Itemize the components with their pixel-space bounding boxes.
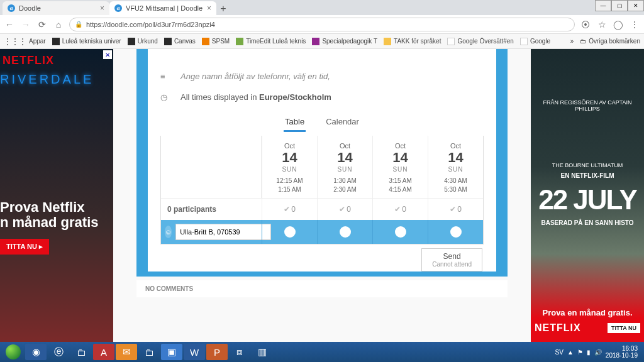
bookmark-item[interactable]: TimeEdit Luleå teknis xyxy=(236,38,306,45)
bookmark-item[interactable]: Luleå tekniska univer xyxy=(52,38,121,45)
clock-date[interactable]: 2018-10-19 xyxy=(606,352,638,359)
taskbar-app-zoom[interactable]: ▣ xyxy=(161,344,182,360)
clock-time[interactable]: 16:03 xyxy=(606,345,638,352)
url-text: https://doodle.com/poll/d3ur7rm6d23npzi4 xyxy=(86,21,215,28)
bookmark-item[interactable]: Specialpedagogik T xyxy=(312,38,377,45)
bookmark-item[interactable]: TAKK för språket xyxy=(384,38,441,45)
bookmark-item[interactable]: Urkund xyxy=(128,38,158,45)
taskbar-app-dropbox[interactable]: ⧈ xyxy=(229,344,250,360)
clock-icon: ◷ xyxy=(160,92,170,102)
bookmark-overflow[interactable]: » xyxy=(570,38,574,45)
new-tab-button[interactable]: + xyxy=(216,3,230,15)
ad-show-title: RIVERDALE xyxy=(0,72,113,87)
ad-cta-button[interactable]: TITTA NU ▸ xyxy=(0,239,49,255)
vote-count: ✔0 xyxy=(428,199,483,220)
browser-tab-doodle[interactable]: d Doodle × xyxy=(3,1,109,15)
slot-time: 2:30 AM xyxy=(318,185,372,194)
time-slot: Oct 14 SUN 3:15 AM4:15 AM xyxy=(372,136,428,198)
taskbar-app[interactable]: ▥ xyxy=(252,344,273,360)
reload-button[interactable]: ⟳ xyxy=(36,19,48,30)
bookmark-label: TAKK för språket xyxy=(394,38,441,45)
close-icon[interactable]: × xyxy=(207,4,211,13)
bookmark-label: SPSM xyxy=(212,38,230,45)
taskbar-app-word[interactable]: W xyxy=(184,344,205,360)
taskbar-app-powerpoint[interactable]: P xyxy=(206,344,228,360)
cannot-attend-label: Cannot attend xyxy=(432,261,472,268)
name-input[interactable] xyxy=(175,224,271,240)
profile-icon[interactable]: ◯ xyxy=(613,19,624,30)
taskbar-app-explorer[interactable]: 🗀 xyxy=(70,344,92,360)
tab-calendar[interactable]: Calendar xyxy=(325,113,360,132)
back-button[interactable]: ← xyxy=(4,19,15,30)
browser-tab-poll[interactable]: d VFU2 Mittsamal | Doodle × xyxy=(109,1,216,15)
page-main: ≡ Ange namn åtföljt av telefonnr, välj e… xyxy=(113,49,531,342)
check-icon: ✔ xyxy=(339,205,345,214)
translate-icon[interactable]: ⦿ xyxy=(580,19,591,30)
tray-icon[interactable]: ⚑ xyxy=(577,349,583,356)
ad-right[interactable]: FRÅN REGISSÖREN AV CAPTAIN PHILLIPS THE … xyxy=(531,49,644,342)
bookmark-item[interactable]: Canvas xyxy=(164,38,196,45)
slot-time: 5:30 AM xyxy=(428,185,483,194)
bookmark-label: Canvas xyxy=(174,38,196,45)
ad-cta-button[interactable]: TITTA NU xyxy=(608,323,640,333)
close-ad-icon[interactable]: ✕ xyxy=(103,50,112,59)
taskbar-app-folder[interactable]: 🗀 xyxy=(138,344,160,360)
window-maximize[interactable]: ▢ xyxy=(611,0,628,11)
slot-month: Oct xyxy=(318,142,372,150)
netflix-logo: NETFLIX xyxy=(535,322,581,334)
taskbar-app-chrome[interactable]: ◉ xyxy=(25,344,47,360)
taskbar-app-adobe[interactable]: A xyxy=(93,344,114,360)
vote-option[interactable] xyxy=(428,220,483,244)
slot-dow: SUN xyxy=(373,166,428,173)
apps-button[interactable]: ⋮⋮⋮Appar xyxy=(4,37,46,46)
tab-table[interactable]: Table xyxy=(284,113,306,132)
url-input[interactable]: 🔒 https://doodle.com/poll/d3ur7rm6d23npz… xyxy=(69,18,575,31)
bookmark-icon xyxy=(52,38,60,45)
check-icon: ✔ xyxy=(284,205,290,214)
ad-text: Prova Netflix xyxy=(0,200,113,215)
slot-dow: SUN xyxy=(318,166,372,173)
avatar-icon: ☺ xyxy=(165,226,172,238)
taskbar-app-outlook[interactable]: ✉ xyxy=(116,344,137,360)
tz-value[interactable]: Europe/Stockholm xyxy=(259,92,331,102)
bookmark-label: Urkund xyxy=(138,38,158,45)
slot-time: 12:15 AM xyxy=(262,177,317,185)
time-slot: Oct 14 SUN 4:30 AM5:30 AM xyxy=(428,136,483,198)
bookmark-item[interactable]: Google xyxy=(520,38,550,45)
bookmarks-bar: ⋮⋮⋮Appar Luleå tekniska univer Urkund Ca… xyxy=(0,34,644,49)
send-button[interactable]: Send Cannot attend xyxy=(421,248,482,272)
language-indicator[interactable]: SV xyxy=(555,349,564,356)
vote-option[interactable] xyxy=(372,220,428,244)
slot-day: 14 xyxy=(373,150,428,166)
time-slot: Oct 14 SUN 1:30 AM2:30 AM xyxy=(317,136,372,198)
bookmark-label: Specialpedagogik T xyxy=(322,38,377,45)
vote-count: ✔0 xyxy=(372,199,428,220)
start-button[interactable] xyxy=(3,344,24,360)
close-icon[interactable]: × xyxy=(100,4,104,13)
bookmark-icon xyxy=(384,38,391,45)
bookmark-item[interactable]: Google Översätt#en xyxy=(447,38,514,45)
vote-option[interactable] xyxy=(317,220,372,244)
taskbar-app-ie[interactable]: ⓔ xyxy=(48,344,69,360)
volume-icon[interactable]: 🔊 xyxy=(594,349,602,356)
other-bookmarks[interactable]: 🗀Övriga bokmärken xyxy=(580,38,640,45)
poll-table: Oct 14 SUN 12:15 AM1:15 AM Oct 14 SUN 1:… xyxy=(160,136,484,244)
browser-tab-strip: d Doodle × d VFU2 Mittsamal | Doodle × + xyxy=(0,0,644,15)
star-icon[interactable]: ☆ xyxy=(596,19,608,30)
window-close[interactable]: ✕ xyxy=(628,0,644,11)
bookmark-item[interactable]: SPSM xyxy=(202,38,230,45)
network-icon[interactable]: ▮ xyxy=(587,349,591,356)
ad-text: Prova en månad gratis. xyxy=(531,308,644,317)
vote-option[interactable] xyxy=(262,220,317,244)
menu-icon[interactable]: ⋮ xyxy=(629,19,640,30)
radio-icon xyxy=(395,226,406,238)
bookmark-icon xyxy=(164,38,172,45)
vote-count: ✔0 xyxy=(262,199,317,220)
slot-month: Oct xyxy=(428,142,483,150)
ad-text: FRÅN REGISSÖREN AV CAPTAIN PHILLIPS xyxy=(531,99,644,112)
window-minimize[interactable]: — xyxy=(595,0,611,11)
tray-icon[interactable]: ▲ xyxy=(567,349,574,356)
taskbar: ◉ ⓔ 🗀 A ✉ 🗀 ▣ W P ⧈ ▥ SV ▲ ⚑ ▮ 🔊 16:03 2… xyxy=(0,342,644,362)
home-button[interactable]: ⌂ xyxy=(53,19,64,30)
ad-left[interactable]: ✕ NETFLIX RIVERDALE Prova Netflix n måna… xyxy=(0,49,113,342)
